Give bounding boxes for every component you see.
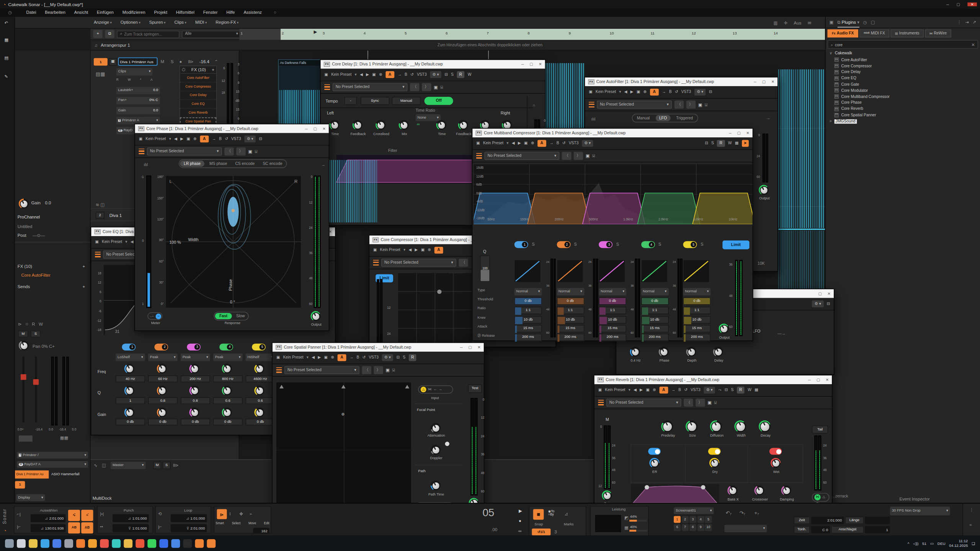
menu-item[interactable]: Fenster [199,11,222,15]
eq-q-value[interactable]: 0.6 [246,397,275,404]
mb-knee-field[interactable]: 10 db [514,316,542,324]
eq-gain-value[interactable]: 0 db [181,419,210,425]
mb-transfer-graph[interactable] [514,260,541,282]
screenset-9[interactable]: 9 [697,524,704,531]
mb-q-slider[interactable]: 100 [480,256,490,282]
loop-start-field[interactable]: ⊿1:01:000 [171,514,207,522]
ei-tonh-value[interactable]: C 0 [811,526,830,534]
eq-q-knob[interactable] [254,385,264,395]
mb-output-knob[interactable] [719,324,729,334]
tray-lang[interactable]: DEU [938,541,946,545]
master-dropdown[interactable]: Master▾ [111,462,145,469]
delay-next[interactable]: ▶ [366,73,369,77]
vendor2-caret-icon[interactable]: > [830,119,832,123]
fx-bin-item[interactable]: Core Compresso [180,83,216,91]
mb-attack-field[interactable]: 15 ms [641,325,668,333]
tool-label[interactable]: Edit [264,522,270,525]
fx-bin-item[interactable]: Core AutoFilter [180,74,216,83]
sp-b-button[interactable]: B [356,356,359,360]
pc-io-icons[interactable]: ⊳⌾RW [18,322,46,326]
pencil-icon[interactable]: ✎ [4,74,8,78]
rv-gain-knob[interactable] [602,491,612,500]
search-icon[interactable] [17,539,26,548]
delay-undo-icon[interactable]: ↺ [410,73,414,77]
menu-item[interactable]: Modifizieren [118,11,150,15]
arranger-track-name[interactable]: Arrangerspur 1 [101,43,130,47]
pc-solo-button[interactable]: S [31,331,41,337]
dock-grid-icon[interactable]: ◫ [102,463,106,467]
add-history-icon[interactable]: +₇ [755,511,759,516]
rv-r[interactable]: R [737,386,745,393]
cakewalk-icon[interactable] [207,539,216,548]
firefox-icon[interactable] [76,539,85,548]
tray-speaker-icon[interactable]: ◁)) [913,541,918,545]
delay-knob-Time[interactable] [329,120,339,130]
mb-transfer-graph[interactable] [683,260,709,282]
toolbar-menu[interactable]: MIDI [195,20,207,24]
toolbar-menu[interactable]: Clips [174,20,186,24]
redo-history-icon[interactable]: ↷₇ [739,511,745,516]
menu-item[interactable]: Datei [22,11,41,15]
minimize-button[interactable]: ─ [946,3,949,7]
tool-move-icon[interactable]: ✥ [239,512,243,516]
fx-add-button[interactable]: + [212,67,214,72]
sp-preset-select[interactable]: No Preset Selected▾ [284,366,359,374]
mod-dock-icon[interactable]: ⊟ [827,302,830,306]
af-mode-tabs[interactable]: Manual LFO Triggered [632,114,698,122]
delay-min[interactable]: ─ [521,62,524,66]
menu-item[interactable]: Bearbeiten [41,11,70,15]
delay-preset-next[interactable]: 〉 [422,83,431,91]
delay-b-button[interactable]: B [405,73,407,77]
more-icon[interactable]: ⋮ [957,20,961,24]
eq-band-toggle[interactable]: 1 [122,344,136,350]
sp-input-mode[interactable]: △ ⋈ ← → [418,385,453,393]
volume-fader-track[interactable] [23,357,24,422]
toolbar-menu[interactable]: Spuren [149,20,166,24]
plugin-list-item[interactable]: FXCore Gate [826,82,980,88]
af-tab-lfo[interactable]: LFO [655,115,671,121]
delay-off-button[interactable]: Off [425,97,453,105]
af-preset[interactable]: Kein Preset [596,90,616,94]
pan-position-handle[interactable]: ⊕ [341,412,345,417]
eq-q-value[interactable]: 0.6 [213,397,243,404]
track-search-input[interactable] [124,32,174,36]
prochannel-gain-knob[interactable] [19,199,29,209]
mod-knob[interactable] [630,347,640,357]
sp-test-button[interactable]: Test [468,384,482,393]
pc-track-number[interactable]: 1 [15,481,25,489]
delay-close[interactable]: ✕ [539,62,542,66]
comp-transfer-graph[interactable] [398,273,472,347]
eq-freq-value[interactable]: 4600 Hz [246,375,275,382]
tool-smart[interactable]: ⊳ [217,509,227,519]
mb-type-select[interactable]: Normal▾ [514,288,542,296]
comp-a-button[interactable]: A [434,247,443,254]
track-search[interactable]: ⌕ [117,30,179,38]
screenset-1[interactable]: 1 [674,516,681,523]
aus-label[interactable]: Aus [794,20,802,24]
eq-dock-icon[interactable]: ▣ [95,240,99,244]
sp-r[interactable]: R [408,354,416,361]
rv-dry-toggle[interactable] [708,448,721,455]
eq-prev[interactable]: ◀ [131,240,134,244]
mb-threshold-field[interactable]: 0 db [599,297,626,305]
mb-attack-field[interactable]: 15 ms [599,325,626,333]
eq-gain-knob[interactable] [157,407,167,417]
eq-freq-knob[interactable] [157,364,167,373]
tool-label[interactable]: Move [248,522,256,525]
mb-pin-icon[interactable]: ➤ [742,140,748,147]
maximize-button[interactable]: ▢ [956,3,960,7]
delay-w[interactable]: W [468,73,472,77]
track1-name-input[interactable]: Diva 1 Primärer Aus [118,57,158,65]
sp-input-triangle[interactable]: △ [421,387,426,393]
eq-freq-value[interactable]: 60 Hz [148,375,178,382]
phase-tab-ms[interactable]: MS phase [206,161,230,167]
ei-zeit-value[interactable]: 2:01:000 [811,517,844,524]
plugin-list-item[interactable]: FXCore Compressor [826,63,980,69]
delay-max[interactable]: ▢ [529,62,533,66]
eq-band-type-select[interactable]: Peak▾ [181,354,210,361]
track1-number[interactable]: 1 [94,58,108,66]
sp-close[interactable]: ✕ [477,346,480,349]
eq-band-toggle[interactable]: 3 [187,344,201,350]
mb-release-field[interactable]: 200 ms [514,334,542,341]
mod-max[interactable]: ▢ [818,292,822,295]
